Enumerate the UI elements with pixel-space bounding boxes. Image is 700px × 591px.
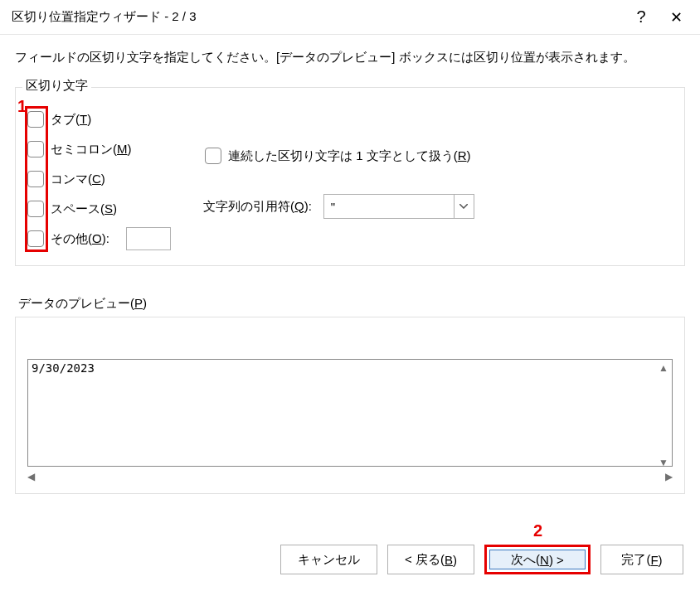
button-bar: キャンセル < 戻る(B) 2 次へ(N) > 完了(F) [280,545,683,574]
delimiter-checkbox-column: 1 タブ(T) セミコロン(M) コンマ(C) スペース(S) その他(O): [26,104,192,254]
close-button[interactable]: ✕ [659,1,693,34]
comma-checkbox-row[interactable]: コンマ(C) [26,164,192,194]
delimiters-group: 区切り文字 1 タブ(T) セミコロン(M) コンマ(C) スペース(S) [15,87,685,266]
next-button-wrap: 2 次へ(N) > [484,545,591,574]
space-checkbox[interactable] [27,201,44,217]
tab-checkbox[interactable] [27,111,44,128]
semicolon-label: セミコロン(M) [51,142,132,157]
callout-number-2: 2 [533,521,542,540]
dropdown-icon[interactable] [454,194,474,219]
other-checkbox-row[interactable]: その他(O): [26,224,192,254]
comma-checkbox[interactable] [27,171,44,187]
options-column: 連続した区切り文字は 1 文字として扱う(R) 文字列の引用符(Q): " [192,104,674,254]
title-bar: 区切り位置指定ウィザード - 2 / 3 ? ✕ [0,0,700,35]
preview-data-box: 9/30/2023 [27,359,673,467]
space-checkbox-row[interactable]: スペース(S) [26,194,192,224]
callout-number-1: 1 [17,97,27,116]
preview-row: 9/30/2023 [32,361,668,375]
other-delimiter-input[interactable] [126,227,171,250]
vertical-scrollbar[interactable]: ▲ ▼ [654,362,673,468]
cancel-button[interactable]: キャンセル [280,545,377,574]
scroll-right-icon[interactable]: ▶ [665,471,673,482]
space-label: スペース(S) [51,201,117,217]
consecutive-checkbox-row[interactable]: 連続した区切り文字は 1 文字として扱う(R) [203,141,674,171]
text-qualifier-value: " [324,200,454,214]
tab-checkbox-row[interactable]: タブ(T) [26,104,192,134]
comma-label: コンマ(C) [51,172,105,187]
preview-legend: データのプレビュー(P) [18,296,685,312]
other-label: その他(O): [51,231,109,247]
help-button[interactable]: ? [624,1,659,34]
back-button[interactable]: < 戻る(B) [387,545,474,574]
text-qualifier-row: 文字列の引用符(Q): " [203,194,674,219]
horizontal-scrollbar[interactable]: ◀ ▶ [27,468,673,485]
semicolon-checkbox[interactable] [27,141,44,157]
window-title: 区切り位置指定ウィザード - 2 / 3 [12,9,624,25]
consecutive-label: 連続した区切り文字は 1 文字として扱う(R) [228,148,471,164]
scroll-up-icon[interactable]: ▲ [659,362,668,374]
scroll-down-icon[interactable]: ▼ [659,457,668,468]
instruction-text: フィールドの区切り文字を指定してください。[データのプレビュー] ボックスには区… [15,50,685,65]
scroll-left-icon[interactable]: ◀ [27,471,35,482]
tab-label: タブ(T) [51,112,91,128]
next-button[interactable]: 次へ(N) > [484,545,591,574]
text-qualifier-select[interactable]: " [323,194,474,219]
delimiters-legend: 区切り文字 [22,78,91,94]
other-checkbox[interactable] [27,230,44,247]
text-qualifier-label: 文字列の引用符(Q): [203,199,312,215]
finish-button[interactable]: 完了(F) [600,545,683,574]
preview-frame: 9/30/2023 ▲ ▼ ◀ ▶ [15,317,685,494]
consecutive-checkbox[interactable] [205,148,221,164]
semicolon-checkbox-row[interactable]: セミコロン(M) [26,134,192,164]
